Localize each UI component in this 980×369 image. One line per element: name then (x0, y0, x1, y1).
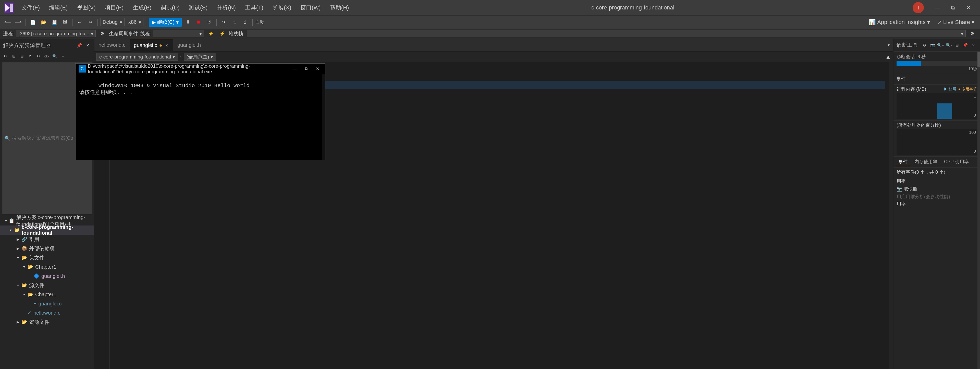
diag-pin-btn[interactable]: 📌 (962, 42, 969, 49)
tab-guanglei-h[interactable]: guanglei.h (173, 39, 205, 51)
menu-extensions[interactable]: 扩展(X) (269, 3, 295, 13)
menu-view[interactable]: 视图(V) (73, 3, 100, 13)
menu-build[interactable]: 生成(B) (129, 3, 156, 13)
external-deps-node[interactable]: ▶ 📦 外部依赖项 (0, 244, 94, 253)
diag-tab-cpu[interactable]: CPU 使用率 (941, 158, 972, 166)
sidebar-toolbar-btn4[interactable]: ↺ (27, 53, 34, 60)
diag-zoom-in-btn[interactable]: 🔍+ (937, 42, 944, 49)
debug-config-dropdown[interactable]: Debug ▾ (100, 18, 124, 26)
project-breadcrumb[interactable]: c-core-programming-foundational ▾ (97, 53, 178, 61)
save-button[interactable]: 💾 (50, 18, 59, 27)
sidebar-toolbar-btn3[interactable]: ⊟ (18, 53, 25, 60)
source-chapter1-arrow[interactable]: ▾ (21, 292, 27, 297)
source-files-node[interactable]: ▾ 📂 源文件 (0, 281, 94, 290)
guanglei-c-node[interactable]: + guanglei.c (0, 299, 94, 308)
stack-dropdown[interactable]: ▾ (247, 30, 966, 37)
resource-files-node[interactable]: ▶ 📂 资源文件 (0, 318, 94, 327)
diag-zoom-out-btn[interactable]: 🔍- (945, 42, 953, 49)
sidebar-pin-btn[interactable]: 📌 (76, 42, 83, 49)
lifecycle-button[interactable]: 生命周期事件 (109, 30, 138, 37)
restart-button[interactable]: ↺ (205, 18, 214, 27)
sidebar-toolbar-btn5[interactable]: ↻ (35, 53, 42, 60)
source-chapter1-node[interactable]: ▾ 📂 Chapter1 (0, 290, 94, 299)
new-file-button[interactable]: 📄 (28, 18, 38, 27)
thread-filter2-btn[interactable]: ⚡ (218, 29, 227, 38)
close-button[interactable]: ✕ (961, 0, 976, 15)
tab-guanglei-c-close[interactable]: ✕ (164, 43, 169, 48)
editor-scroll-up[interactable]: ▲ (885, 53, 891, 61)
project-node[interactable]: ▾ 📁 c-core-programming-foundational (0, 225, 94, 235)
thread-dropdown[interactable]: ▾ (153, 30, 204, 37)
menu-debug[interactable]: 调试(D) (156, 3, 184, 13)
resource-files-arrow[interactable]: ▶ (15, 320, 21, 324)
live-share-button[interactable]: ↗ Live Share ▾ (935, 18, 977, 27)
process-dropdown[interactable]: [3692] c-core-programming-fou... ▾ (16, 30, 96, 37)
console-close-btn[interactable]: ✕ (313, 64, 322, 73)
diag-camera-btn[interactable]: 📷 (929, 42, 936, 49)
step-out-button[interactable]: ↥ (241, 18, 250, 27)
stack-btn[interactable]: ⚙ (968, 29, 977, 38)
continue-button[interactable]: ▶ 继续(C) ▾ (149, 18, 182, 27)
header-chapter1-node[interactable]: ▾ 📂 Chapter1 (0, 262, 94, 272)
liveshare-dropdown-arrow[interactable]: ▾ (972, 19, 974, 26)
tab-dropdown[interactable]: ▾ (884, 39, 893, 51)
auto-dropdown[interactable]: 自动 (255, 18, 264, 27)
menu-analyze[interactable]: 分析(N) (213, 3, 240, 13)
console-scrollbar[interactable] (322, 74, 325, 160)
restore-button[interactable]: ⧉ (945, 0, 961, 15)
menu-tools[interactable]: 工具(T) (241, 3, 267, 13)
redo-button[interactable]: ↪ (86, 18, 95, 27)
undo-button[interactable]: ↩ (75, 18, 84, 27)
diag-scrollbar-thumb[interactable] (977, 51, 980, 67)
step-into-button[interactable]: ↴ (230, 18, 239, 27)
open-button[interactable]: 📂 (39, 18, 48, 27)
pause-button[interactable]: ⏸ (183, 18, 192, 27)
header-files-node[interactable]: ▾ 📂 头文件 (0, 253, 94, 262)
heap-analysis-option[interactable]: 用启用堆分析(会影响性能) (897, 193, 977, 200)
forward-button[interactable]: ⟶ (14, 18, 23, 27)
run-dropdown-arrow[interactable]: ▾ (176, 19, 179, 25)
sidebar-toolbar-btn2[interactable]: ⊞ (10, 53, 18, 60)
menu-help[interactable]: 帮助(H) (326, 3, 353, 13)
solution-expand-arrow[interactable]: ▾ (4, 219, 8, 223)
sidebar-toolbar-btn8[interactable]: ━ (59, 53, 66, 60)
step-over-button[interactable]: ↷ (219, 18, 228, 27)
tab-guanglei-c[interactable]: guanglei.c ● ✕ (130, 39, 173, 51)
platform-dropdown[interactable]: x86 ▾ (126, 18, 143, 26)
project-expand-arrow[interactable]: ▾ (8, 228, 13, 232)
console-restore-btn[interactable]: ⧉ (302, 64, 311, 73)
guanglei-h-node[interactable]: 🔷 guanglei.h (0, 272, 94, 281)
user-avatar[interactable]: I (913, 2, 924, 13)
sidebar-close-btn[interactable]: ✕ (84, 42, 91, 49)
stop-button[interactable]: ⏹ (194, 18, 203, 27)
editor-scrollbar[interactable] (889, 62, 893, 369)
sidebar-toolbar-btn1[interactable]: ⟳ (2, 53, 9, 60)
header-chapter1-arrow[interactable]: ▾ (21, 265, 27, 269)
menu-file[interactable]: 文件(F) (18, 3, 44, 13)
thread-filter-btn[interactable]: ⚡ (206, 29, 215, 38)
diag-events-title[interactable]: 事件 (897, 75, 906, 82)
diag-close-btn[interactable]: ✕ (970, 42, 977, 49)
sidebar-toolbar-btn6[interactable]: </> (43, 53, 50, 60)
save-all-button[interactable]: 🖫 (60, 18, 70, 27)
helloworld-c-node[interactable]: ✓ helloworld.c (0, 308, 94, 318)
diag-tab-memory[interactable]: 内存使用率 (912, 158, 940, 166)
sidebar-toolbar-btn7[interactable]: 🔍 (51, 53, 58, 60)
diag-memory-title[interactable]: 进程内存 (MB) (897, 86, 926, 92)
diag-scrollbar[interactable] (977, 51, 980, 369)
back-button[interactable]: ⟵ (3, 18, 12, 27)
process-toolbar-btn[interactable]: ⚙ (98, 29, 107, 38)
diag-cpu-title[interactable]: (所有处理器的百分比) (897, 122, 941, 128)
menu-test[interactable]: 测试(S) (185, 3, 212, 13)
scope-breadcrumb[interactable]: (全局范围) ▾ (184, 53, 216, 61)
menu-edit[interactable]: 编辑(E) (45, 3, 72, 13)
source-files-arrow[interactable]: ▾ (15, 283, 21, 287)
take-snapshot-button[interactable]: 📷 取快照 (897, 185, 977, 193)
console-minimize-btn[interactable]: — (290, 64, 300, 73)
insights-dropdown-arrow[interactable]: ▾ (927, 19, 930, 26)
diag-settings-btn[interactable]: ⚙ (921, 42, 928, 49)
menu-window[interactable]: 窗口(W) (296, 3, 325, 13)
references-node[interactable]: ▶ 🔗 引用 (0, 235, 94, 244)
menu-project[interactable]: 项目(P) (101, 3, 127, 13)
references-arrow[interactable]: ▶ (15, 237, 21, 241)
